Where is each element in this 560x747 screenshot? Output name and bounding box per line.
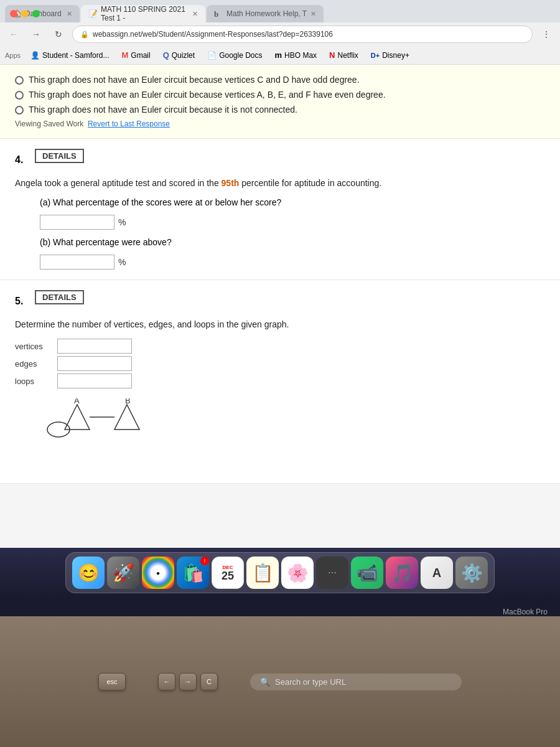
- bookmark-netflix[interactable]: N Netflix: [324, 49, 363, 61]
- percent-b: %: [118, 257, 126, 267]
- music-icon: 🎵: [391, 563, 413, 583]
- graph-inputs: vertices edges loops: [15, 339, 545, 388]
- option-2-text: This graph does not have an Euler circui…: [29, 90, 386, 100]
- dock-launchpad[interactable]: 🚀: [107, 557, 139, 589]
- finder-icon: 😊: [78, 563, 100, 583]
- close-dot[interactable]: [10, 10, 17, 17]
- radio-3[interactable]: [15, 106, 24, 115]
- esc-key[interactable]: esc: [98, 673, 126, 690]
- question5-block: 5. DETAILS Determine the number of verti…: [0, 280, 560, 484]
- answer-a-input[interactable]: [40, 215, 114, 230]
- vertices-input[interactable]: [57, 339, 132, 354]
- dock-system-prefs[interactable]: ⚙️: [455, 557, 488, 589]
- sub-a-text: (a) What percentage of the scores were a…: [40, 197, 281, 207]
- saved-work-label: Viewing Saved Work: [15, 120, 83, 128]
- question4-highlight: 95th: [222, 178, 240, 188]
- dock-more[interactable]: ⋯: [316, 557, 348, 589]
- system-prefs-icon: ⚙️: [461, 563, 483, 583]
- extensions-button[interactable]: ⋮: [538, 26, 555, 43]
- loops-label: loops: [15, 377, 52, 386]
- vertices-label: vertices: [15, 342, 52, 351]
- dock-music[interactable]: 🎵: [386, 557, 418, 589]
- vertices-row: vertices: [15, 339, 545, 354]
- disney-icon: D+: [371, 52, 380, 59]
- page-content: This graph does not have an Euler circui…: [0, 65, 560, 560]
- option-1-text: This graph does not have an Euler circui…: [29, 75, 360, 85]
- answer-b-row: %: [40, 255, 545, 270]
- dock-font-book[interactable]: A: [421, 557, 453, 589]
- bookmark-student[interactable]: 👤 Student - Samford...: [26, 50, 114, 61]
- radio-option-1: This graph does not have an Euler circui…: [15, 75, 545, 85]
- radio-1[interactable]: [15, 76, 24, 85]
- back-button[interactable]: ←: [5, 26, 22, 43]
- google-docs-icon: 📄: [207, 51, 217, 60]
- question5-text: Determine the number of vertices, edges,…: [15, 318, 545, 331]
- dock-photos[interactable]: 🌸: [281, 557, 314, 589]
- bookmarks-bar: Apps 👤 Student - Samford... M Gmail Q Qu…: [0, 46, 560, 65]
- apps-label: Apps: [5, 52, 21, 59]
- math-tab-icon: 📝: [88, 9, 97, 18]
- tab-homework[interactable]: b Math Homework Help, T ✕: [207, 5, 324, 22]
- answer-a-row: %: [40, 215, 545, 230]
- search-placeholder: Search or type URL: [275, 677, 346, 687]
- macbook-model: MacBook Pro: [503, 608, 548, 616]
- photos-icon: 🌸: [287, 563, 309, 583]
- address-bar[interactable]: 🔒 webassign.net/web/Student/Assignment-R…: [72, 26, 533, 43]
- dock-calendar[interactable]: DEC 25: [212, 557, 244, 589]
- node-b-label: B: [125, 398, 131, 405]
- edges-label: edges: [15, 359, 52, 369]
- calendar-day: 25: [222, 570, 234, 581]
- forward-button[interactable]: →: [27, 26, 45, 43]
- loops-input[interactable]: [57, 374, 132, 388]
- maximize-dot[interactable]: [32, 10, 40, 17]
- revert-link[interactable]: Revert to Last Response: [88, 120, 170, 128]
- tab-math-close[interactable]: ✕: [192, 10, 198, 18]
- question3-area: This graph does not have an Euler circui…: [0, 65, 560, 139]
- bookmark-netflix-label: Netflix: [337, 51, 358, 60]
- facetime-icon: 📹: [357, 563, 378, 583]
- question4-text-part2: percentile for aptitude in accounting.: [239, 178, 381, 188]
- question4-text-part1: Angela took a general aptitude test and …: [15, 178, 222, 188]
- dock-facetime[interactable]: 📹: [351, 557, 383, 589]
- refresh-button[interactable]: ↻: [50, 26, 67, 43]
- bookmark-gmail[interactable]: M Gmail: [116, 49, 155, 61]
- question4-header: 4. DETAILS: [15, 149, 545, 171]
- question4-sub-b: (b) What percentage were above?: [40, 237, 545, 247]
- netflix-icon: N: [329, 50, 335, 60]
- graph-diagram: A B: [40, 398, 164, 473]
- bookmark-quizlet[interactable]: Q Quizlet: [158, 49, 200, 61]
- edges-input[interactable]: [57, 356, 132, 371]
- search-bar[interactable]: 🔍 Search or type URL: [250, 674, 462, 690]
- radio-2[interactable]: [15, 91, 24, 100]
- forward-key-label: →: [185, 678, 192, 685]
- question4-text: Angela took a general aptitude test and …: [15, 177, 545, 190]
- dock-finder[interactable]: 😊: [72, 557, 105, 589]
- minimize-dot[interactable]: [21, 10, 29, 17]
- esc-label: esc: [106, 678, 117, 685]
- answer-b-input[interactable]: [40, 255, 114, 270]
- bookmark-google-docs[interactable]: 📄 Google Docs: [202, 50, 267, 61]
- bookmark-disney[interactable]: D+ Disney+: [366, 50, 414, 61]
- lock-icon: 🔒: [80, 31, 89, 39]
- tab-dashboard-close[interactable]: ✕: [67, 10, 72, 18]
- viewing-saved-work: Viewing Saved Work Revert to Last Respon…: [15, 120, 545, 128]
- quizlet-icon: Q: [163, 50, 169, 60]
- dock-notes[interactable]: 📋: [246, 557, 279, 589]
- tab-math[interactable]: 📝 MATH 110 SPRING 2021 Test 1 - ✕: [81, 5, 205, 22]
- tab-bar: 🏠 Dashboard ✕ 📝 MATH 110 SPRING 2021 Tes…: [0, 0, 560, 22]
- forward-key[interactable]: →: [179, 673, 197, 690]
- student-icon: 👤: [30, 51, 40, 60]
- sub-b-text: (b) What percentage were above?: [40, 237, 172, 247]
- question4-sub-a: (a) What percentage of the scores were a…: [40, 197, 545, 207]
- app-store-badge: !: [200, 557, 209, 565]
- question4-block: 4. DETAILS Angela took a general aptitud…: [0, 139, 560, 280]
- refresh-key[interactable]: C: [200, 673, 218, 690]
- dock-chrome[interactable]: ●: [142, 557, 174, 589]
- bookmark-hbo[interactable]: m HBO Max: [270, 49, 322, 61]
- dock-app-store[interactable]: 🛍️ !: [177, 557, 209, 589]
- tab-homework-close[interactable]: ✕: [310, 10, 316, 18]
- back-key-label: ←: [164, 678, 170, 685]
- font-book-icon: A: [432, 566, 441, 580]
- refresh-key-label: C: [207, 678, 212, 685]
- back-key[interactable]: ←: [158, 673, 175, 690]
